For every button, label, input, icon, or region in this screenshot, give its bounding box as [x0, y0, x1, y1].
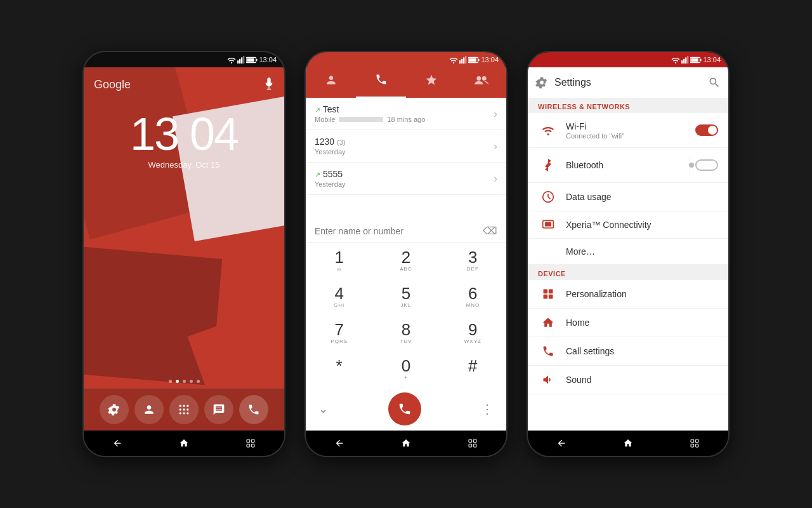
- num-3[interactable]: 3 DEF: [440, 243, 506, 279]
- nav-back[interactable]: [112, 438, 122, 448]
- num-1[interactable]: 1 ∞: [306, 243, 372, 279]
- home-title: Home: [566, 318, 718, 328]
- call-button[interactable]: [388, 392, 421, 425]
- svg-rect-10: [267, 89, 272, 90]
- settings-personalization[interactable]: Personalization: [528, 280, 728, 309]
- svg-point-12: [183, 405, 185, 407]
- nav-back-settings[interactable]: [556, 438, 566, 448]
- xperia-icon: [538, 219, 558, 231]
- svg-rect-39: [681, 60, 683, 64]
- svg-rect-20: [247, 439, 250, 443]
- svg-point-11: [179, 405, 181, 407]
- num-7[interactable]: 7 PQRS: [306, 315, 372, 351]
- more-options[interactable]: ⋮: [481, 401, 494, 417]
- outgoing-arrow-5555: ↗: [315, 171, 320, 178]
- mic-icon[interactable]: [264, 77, 274, 91]
- dock-apps[interactable]: [169, 395, 199, 424]
- nav-recents[interactable]: [246, 438, 256, 448]
- settings-sound[interactable]: Sound: [528, 366, 728, 394]
- settings-wifi[interactable]: Wi-Fi Connected to "wifi": [528, 113, 728, 148]
- call-settings-title: Call settings: [566, 346, 718, 356]
- svg-rect-49: [545, 222, 551, 227]
- num-star[interactable]: *: [306, 351, 372, 387]
- svg-point-19: [187, 412, 188, 414]
- nav-home-dialer[interactable]: [401, 438, 411, 448]
- svg-rect-45: [691, 58, 698, 62]
- tab-favorites[interactable]: [406, 67, 456, 98]
- svg-point-17: [179, 412, 181, 414]
- dot-0: [169, 380, 172, 383]
- sound-title: Sound: [566, 375, 718, 385]
- num-5[interactable]: 5 JKL: [372, 279, 439, 315]
- num-0[interactable]: 0 +: [372, 351, 439, 387]
- status-icons-settings: 13:04: [671, 56, 722, 64]
- svg-rect-4: [243, 56, 244, 64]
- svg-point-14: [179, 408, 181, 410]
- settings-data[interactable]: Data usage: [528, 183, 728, 211]
- num-6[interactable]: 6 MNO: [440, 279, 506, 315]
- status-bar-home: 13:04: [84, 52, 284, 67]
- svg-point-13: [187, 405, 188, 407]
- phone-settings: 13:04 WIRELESS & NETWORKS: [527, 51, 730, 457]
- svg-rect-25: [459, 60, 461, 64]
- nav-bar-dialer: [306, 431, 506, 456]
- call-name-1230: 1230 (3): [315, 137, 490, 147]
- num-2[interactable]: 2 ABC: [372, 243, 439, 279]
- dock-messaging[interactable]: [204, 395, 233, 424]
- num-9[interactable]: 9 WXYZ: [440, 315, 506, 351]
- status-icons-dialer: 13:04: [449, 56, 500, 64]
- settings-call[interactable]: Call settings: [528, 337, 728, 366]
- svg-rect-56: [691, 444, 694, 447]
- num-hash[interactable]: #: [440, 351, 506, 387]
- svg-point-18: [183, 412, 185, 414]
- personalization-content: Personalization: [566, 289, 718, 299]
- num-8[interactable]: 8 TUV: [372, 315, 439, 351]
- call-item-test[interactable]: ↗ Test Mobile 18 mins ago ›: [306, 98, 506, 130]
- svg-point-0: [231, 62, 232, 64]
- call-info-1230: 1230 (3) Yesterday: [315, 137, 490, 156]
- dock-settings[interactable]: [100, 395, 129, 424]
- section-wireless: WIRELESS & NETWORKS: [528, 98, 728, 113]
- settings-xperia[interactable]: Xperia™ Connectivity: [528, 211, 728, 239]
- search-icon[interactable]: [708, 76, 721, 89]
- tab-phone[interactable]: [356, 67, 406, 98]
- svg-point-16: [187, 408, 188, 410]
- phone-home: 13:04 Google 13 04 Wednesday,: [82, 51, 285, 457]
- nav-home[interactable]: [179, 438, 189, 448]
- svg-rect-1: [237, 60, 239, 64]
- call-time: 18 mins ago: [387, 116, 425, 123]
- svg-rect-27: [463, 57, 464, 64]
- data-content: Data usage: [566, 192, 718, 202]
- personalization-icon: [538, 288, 558, 300]
- call-item-1230[interactable]: 1230 (3) Yesterday ›: [306, 130, 506, 163]
- settings-bluetooth[interactable]: Bluetooth: [528, 148, 728, 183]
- dot-2: [183, 380, 186, 383]
- num-4[interactable]: 4 GHI: [306, 279, 372, 315]
- tab-contacts[interactable]: [306, 67, 356, 98]
- nav-home-settings[interactable]: [623, 438, 633, 448]
- nav-recents-settings[interactable]: [690, 438, 700, 448]
- call-item-5555[interactable]: ↗ 5555 Yesterday ›: [306, 163, 506, 195]
- call-info-test: ↗ Test Mobile 18 mins ago: [315, 104, 490, 123]
- nav-recents-dialer[interactable]: [468, 438, 478, 448]
- dock-contacts[interactable]: [134, 395, 164, 424]
- call-name-5555: ↗ 5555: [315, 169, 490, 179]
- outgoing-arrow: ↗: [315, 106, 320, 114]
- bluetooth-toggle[interactable]: [695, 159, 718, 171]
- call-sub-5555: Yesterday: [315, 180, 490, 188]
- nav-bar-home: [84, 431, 284, 456]
- settings-more[interactable]: More…: [528, 239, 728, 265]
- svg-rect-3: [241, 57, 242, 64]
- collapse-arrow[interactable]: ⌄: [318, 402, 328, 416]
- svg-rect-31: [469, 58, 476, 62]
- tab-groups[interactable]: [456, 67, 506, 98]
- svg-point-33: [481, 76, 486, 81]
- nav-back-dialer[interactable]: [334, 438, 344, 448]
- wifi-toggle[interactable]: [695, 124, 718, 136]
- search-input[interactable]: [315, 226, 483, 236]
- settings-search-input[interactable]: [554, 77, 702, 88]
- settings-list: WIRELESS & NETWORKS Wi-Fi Connected to "…: [528, 98, 728, 431]
- settings-home[interactable]: Home: [528, 309, 728, 337]
- delete-icon[interactable]: ⌫: [483, 225, 497, 237]
- dock-phone[interactable]: [239, 395, 268, 424]
